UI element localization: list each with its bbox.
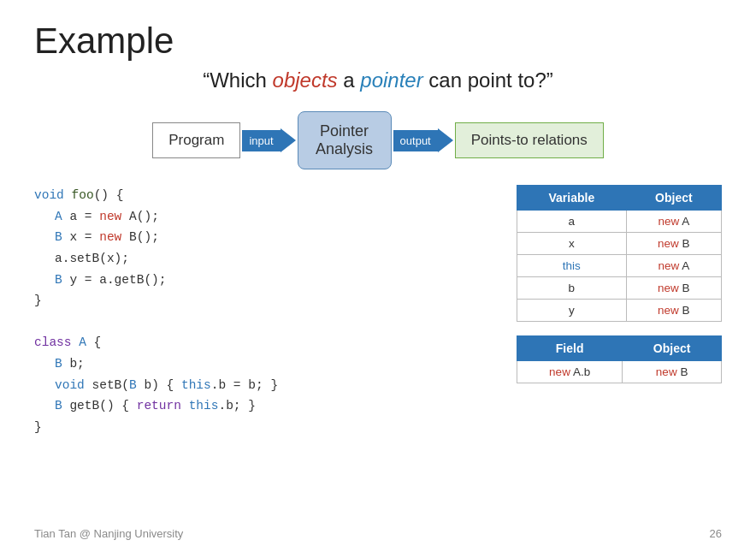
analysis-box: Pointer Analysis — [298, 111, 392, 169]
code-line-1: void foo() { — [34, 185, 499, 206]
input-label: input — [242, 130, 280, 151]
subtitle: “Which objects a pointer can point to?” — [34, 68, 722, 92]
obj-y: new B — [626, 300, 721, 322]
obj-x: new B — [626, 233, 721, 255]
subtitle-middle: a — [338, 68, 361, 92]
code-section: void foo() { A a = new A(); B x = new B(… — [34, 185, 499, 438]
code-line-6: } — [34, 290, 499, 312]
flow-diagram: Program input Pointer Analysis output Po… — [34, 111, 722, 169]
table-row: this new A — [517, 255, 722, 277]
slide: Example “Which objects a pointer can poi… — [0, 0, 756, 552]
subtitle-before: “Which — [203, 68, 272, 92]
table-row: b new B — [517, 277, 722, 300]
arrow-tip — [281, 128, 296, 152]
table-row: y new B — [517, 300, 722, 322]
footer-author: Tian Tan @ Nanjing University — [34, 527, 183, 540]
code-line-12: } — [34, 417, 499, 438]
analysis-line1: Pointer — [320, 122, 369, 139]
var-b: b — [517, 277, 627, 300]
table-row: new A.b new B — [517, 361, 722, 383]
variable-col-header: Variable — [517, 186, 627, 211]
variable-table: Variable Object a new A x new B this — [517, 185, 722, 322]
footer: Tian Tan @ Nanjing University 26 — [0, 527, 756, 540]
page-title: Example — [34, 21, 722, 62]
analysis-line2: Analysis — [316, 140, 373, 157]
input-arrow: input — [242, 128, 295, 152]
code-line-4: a.setB(x); — [34, 248, 499, 270]
code-line-11: B getB() { return this.b; } — [34, 395, 499, 417]
field-object-col-header: Object — [623, 336, 722, 361]
code-line-7 — [34, 312, 499, 333]
field-table: Field Object new A.b new B — [517, 335, 722, 383]
var-a: a — [517, 211, 627, 233]
output-arrow: output — [393, 128, 453, 152]
subtitle-after: can point to?” — [423, 68, 553, 92]
obj-this: new A — [626, 255, 721, 277]
object-col-header: Object — [626, 186, 721, 211]
code-line-2: A a = new A(); — [34, 206, 499, 228]
content-area: void foo() { A a = new A(); B x = new B(… — [34, 185, 722, 438]
code-line-9: B b; — [34, 353, 499, 375]
field-newAb: new A.b — [517, 361, 623, 383]
code-line-3: B x = new B(); — [34, 227, 499, 248]
field-col-header: Field — [517, 336, 623, 361]
obj-b: new B — [626, 277, 721, 300]
arrow-tip2 — [438, 128, 453, 152]
var-this: this — [517, 255, 627, 277]
output-label: output — [393, 130, 438, 151]
code-line-8: class A { — [34, 332, 499, 353]
code-line-10: void setB(B b) { this.b = b; } — [34, 375, 499, 396]
subtitle-pointer: pointer — [360, 68, 422, 92]
footer-page: 26 — [710, 527, 722, 540]
table-row: x new B — [517, 233, 722, 255]
var-y: y — [517, 300, 627, 322]
code-line-5: B y = a.getB(); — [34, 270, 499, 291]
points-to-box: Points-to relations — [455, 122, 604, 158]
tables-section: Variable Object a new A x new B this — [517, 185, 722, 438]
program-box: Program — [152, 122, 240, 158]
obj-a: new A — [626, 211, 721, 233]
subtitle-objects: objects — [273, 68, 338, 92]
var-x: x — [517, 233, 627, 255]
field-obj-newB: new B — [623, 361, 722, 383]
table-row: a new A — [517, 211, 722, 233]
